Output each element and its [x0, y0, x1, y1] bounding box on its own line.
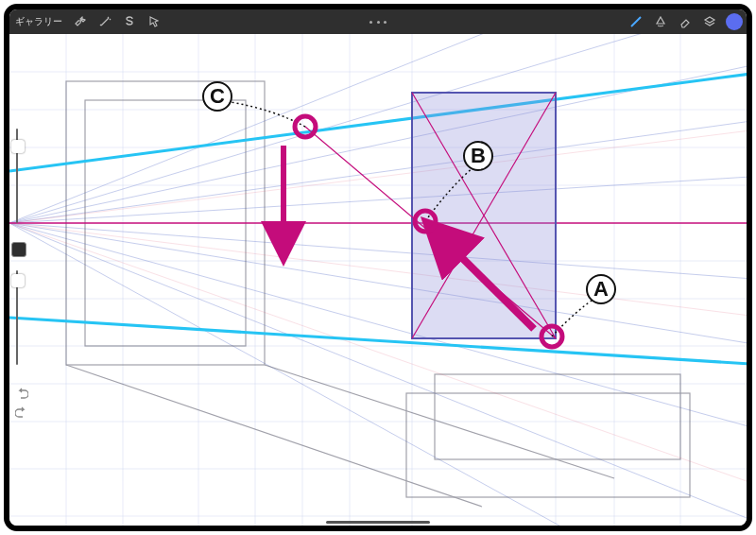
svg-rect-36: [435, 374, 680, 459]
annotation-label-A: A: [586, 274, 616, 304]
svg-line-23: [9, 62, 747, 223]
brush-size-handle[interactable]: [11, 140, 25, 153]
modify-menu-icon[interactable]: [369, 21, 387, 24]
draw-icon[interactable]: [626, 11, 646, 32]
color-swatch[interactable]: [724, 11, 745, 32]
color-dot-icon: [726, 13, 743, 30]
svg-rect-35: [406, 393, 690, 497]
layers-icon[interactable]: [699, 11, 720, 32]
redo-button[interactable]: [15, 405, 28, 418]
drawing-layer: [9, 34, 747, 526]
smudge-icon[interactable]: [650, 11, 671, 32]
svg-line-26: [9, 223, 747, 280]
svg-line-24: [9, 119, 747, 223]
cursor-icon[interactable]: [144, 11, 164, 32]
modify-square-button[interactable]: [11, 242, 26, 257]
s-icon[interactable]: [119, 11, 140, 32]
annotation-label-B: B: [463, 141, 493, 171]
annotation-label-C: C: [202, 81, 232, 112]
svg-line-28: [9, 223, 747, 431]
svg-line-22: [9, 34, 747, 223]
canvas-area[interactable]: A B C: [9, 34, 747, 526]
wand-icon[interactable]: [94, 11, 115, 32]
side-panel: [9, 129, 30, 374]
undo-button[interactable]: [15, 386, 28, 399]
home-indicator: [326, 521, 430, 524]
top-toolbar: ギャラリー: [9, 9, 747, 34]
erase-icon[interactable]: [675, 11, 696, 32]
svg-line-21: [9, 34, 747, 223]
svg-line-37: [9, 129, 747, 223]
svg-line-40: [9, 72, 747, 171]
opacity-handle[interactable]: [11, 274, 25, 287]
svg-line-33: [66, 365, 482, 507]
wrench-icon[interactable]: [70, 11, 91, 32]
gallery-button[interactable]: ギャラリー: [9, 15, 68, 28]
svg-line-27: [9, 223, 747, 346]
